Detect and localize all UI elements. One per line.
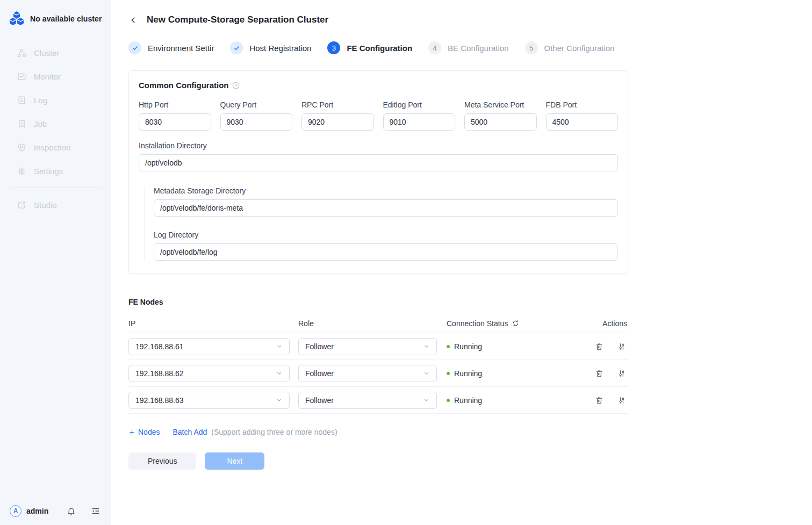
rpc-port-input[interactable]	[301, 113, 374, 131]
main-content: New Compute-Storage Separation Cluster E…	[111, 0, 812, 525]
svg-text:?: ?	[235, 83, 237, 88]
role-select[interactable]: Follower	[298, 392, 437, 409]
batch-add-label: Batch Add	[173, 428, 207, 436]
chevron-down-icon	[423, 370, 430, 377]
field-label: Editlog Port	[383, 100, 456, 109]
field-label: Installation Directory	[139, 141, 618, 150]
user-bar: A admin	[10, 505, 102, 517]
sidebar-item-inspection[interactable]: Inspection	[0, 135, 111, 159]
port-field-editlog: Editlog Port	[383, 100, 456, 131]
ip-select[interactable]: 192.168.88.63	[128, 392, 290, 409]
sidebar-item-monitor[interactable]: Monitor	[0, 64, 111, 88]
ip-select[interactable]: 192.168.88.62	[128, 365, 290, 382]
role-select[interactable]: Follower	[298, 365, 437, 382]
step-number: 4	[428, 41, 441, 54]
installation-directory-input[interactable]	[139, 154, 618, 171]
sidebar-logo-row: No available cluster	[0, 11, 111, 27]
add-nodes-button[interactable]: Nodes	[128, 428, 160, 436]
sidebar-item-settings[interactable]: Settings	[0, 159, 111, 183]
query-port-input[interactable]	[220, 113, 293, 131]
log-directory-field: Log Directory	[154, 231, 618, 261]
fdb-port-input[interactable]	[546, 113, 619, 131]
meta-service-port-input[interactable]	[464, 113, 537, 131]
job-icon	[17, 119, 26, 128]
log-icon	[17, 96, 26, 105]
node-parameters-button[interactable]	[616, 341, 627, 352]
plus-icon	[128, 429, 135, 436]
batch-add-button[interactable]: Batch Add	[173, 428, 207, 436]
sidebar-item-studio[interactable]: Studio	[0, 193, 111, 217]
menu-fold-icon[interactable]	[90, 505, 102, 517]
step-host-registration[interactable]: Host Registration	[230, 41, 311, 54]
sidebar-item-label: Log	[34, 96, 47, 105]
step-label: Host Registration	[249, 44, 311, 53]
port-field-fdb: FDB Port	[546, 100, 619, 131]
inspection-icon	[17, 143, 26, 152]
sidebar-item-label: Job	[34, 119, 47, 128]
http-port-input[interactable]	[139, 113, 211, 131]
step-check-icon	[128, 41, 141, 54]
ip-select[interactable]: 192.168.88.61	[128, 338, 290, 355]
step-be-configuration[interactable]: 4 BE Configuration	[428, 41, 508, 54]
back-button[interactable]	[128, 15, 139, 25]
nested-directories: Metadata Storage Directory Log Directory	[145, 186, 618, 261]
add-nodes-row: Nodes Batch Add (Support adding three or…	[128, 428, 812, 436]
sidebar-menu: Cluster Monitor Log	[0, 41, 111, 183]
role-select[interactable]: Follower	[298, 338, 437, 355]
status-text: Running	[454, 342, 482, 351]
common-configuration-card: Common Configuration ? Http Port Query P…	[128, 70, 628, 274]
field-label: Query Port	[220, 100, 293, 109]
next-button[interactable]: Next	[205, 452, 264, 470]
step-environment-setting[interactable]: Environment Settir	[128, 41, 214, 54]
delete-node-button[interactable]	[594, 368, 605, 379]
sidebar-item-label: Monitor	[34, 72, 61, 81]
sidebar-item-label: Studio	[34, 200, 57, 210]
sidebar-item-job[interactable]: Job	[0, 112, 111, 135]
user-name: admin	[26, 507, 66, 515]
refresh-status-icon[interactable]	[512, 319, 520, 327]
node-parameters-button[interactable]	[616, 395, 627, 406]
chevron-down-icon	[276, 370, 283, 377]
monitor-icon	[17, 72, 26, 81]
sidebar-item-cluster[interactable]: Cluster	[0, 41, 111, 64]
wizard-footer: Previous Next	[128, 452, 812, 470]
field-label: Metadata Storage Directory	[154, 186, 618, 195]
fe-nodes-title: FE Nodes	[128, 298, 812, 306]
step-check-icon	[230, 41, 243, 54]
step-label: Other Configuration	[544, 44, 615, 53]
delete-node-button[interactable]	[594, 395, 605, 406]
sidebar-item-label: Cluster	[34, 48, 60, 57]
sidebar-item-log[interactable]: Log	[0, 88, 111, 112]
avatar[interactable]: A	[10, 505, 21, 517]
log-directory-input[interactable]	[154, 243, 618, 261]
help-icon[interactable]: ?	[232, 81, 240, 90]
previous-button[interactable]: Previous	[128, 452, 196, 470]
settings-icon	[17, 167, 26, 176]
step-other-configuration[interactable]: 5 Other Configuration	[525, 41, 615, 54]
column-ip: IP	[128, 319, 298, 328]
metadata-directory-input[interactable]	[154, 199, 618, 217]
delete-node-button[interactable]	[594, 341, 605, 352]
step-label: FE Configuration	[347, 44, 412, 53]
status-dot	[447, 345, 450, 348]
role-value: Follower	[305, 369, 334, 378]
card-title: Common Configuration	[139, 81, 228, 90]
ip-value: 192.168.88.62	[135, 369, 184, 378]
role-value: Follower	[305, 396, 334, 405]
notification-bell-icon[interactable]	[66, 506, 77, 517]
connection-status: Running	[447, 396, 594, 405]
sidebar-divider	[10, 188, 102, 188]
step-fe-configuration[interactable]: 3 FE Configuration	[327, 41, 412, 54]
page-title: New Compute-Storage Separation Cluster	[147, 15, 328, 25]
editlog-port-input[interactable]	[383, 113, 456, 131]
sidebar-item-label: Inspection	[34, 143, 70, 152]
role-value: Follower	[305, 342, 334, 351]
ip-value: 192.168.88.63	[135, 396, 184, 405]
chevron-down-icon	[276, 343, 283, 350]
node-parameters-button[interactable]	[616, 368, 627, 379]
connection-status: Running	[447, 342, 594, 351]
field-label: FDB Port	[546, 100, 619, 109]
table-header: IP Role Connection Status Actions	[128, 314, 628, 333]
sidebar-item-label: Settings	[34, 167, 63, 176]
external-link-icon	[17, 200, 26, 210]
